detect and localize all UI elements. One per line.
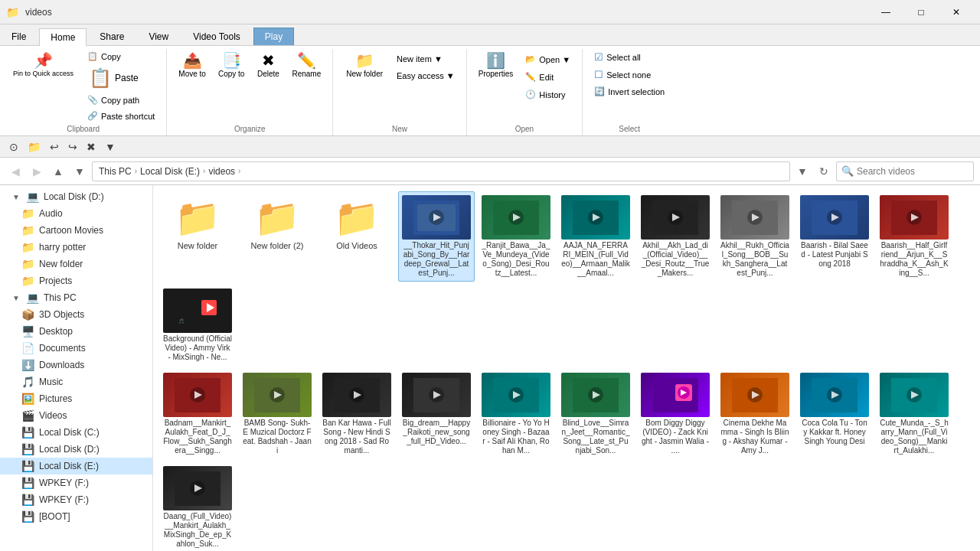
video-item-billionaire[interactable]: Billionaire - Yo Yo Honey Singh - Bazaar… <box>478 369 554 459</box>
invert-selection-button[interactable]: 🔄 Invert selection <box>589 84 670 99</box>
sidebar-item-3d-objects[interactable]: 📦 3D Objects <box>0 306 152 323</box>
path-pc[interactable]: This PC <box>99 166 132 177</box>
sidebar-item-videos[interactable]: 🎬 Videos <box>0 407 152 424</box>
video-item-background[interactable]: 🎵 Background (Official Video) - Ammy Vir… <box>159 285 236 366</box>
title-bar-controls: — □ ✕ <box>868 0 974 24</box>
search-box[interactable]: 🔍 <box>836 161 974 181</box>
video-item-akhil-rukh[interactable]: Akhil__Rukh_Official_Song__BOB__Sukh_San… <box>717 191 793 282</box>
folder-new[interactable]: 📁 New folder <box>159 191 236 282</box>
sidebar-item-cartoon-movies[interactable]: 📁 Cartoon Movies <box>0 222 152 239</box>
rename-button[interactable]: ✏️ Rename <box>286 49 326 82</box>
copy-path-button[interactable]: 📎 Copy path <box>82 93 160 107</box>
open-button[interactable]: 📂 Open ▼ <box>520 52 576 67</box>
video-item-cinema[interactable]: Cinema Dekhe Mamma - Singh Is Bliing - A… <box>717 369 793 459</box>
video-name: Akhil__Akh_Lad_di_(Official_Video)___Des… <box>641 241 710 278</box>
video-item-badnam[interactable]: Badnam__Mankirt_Aulakh_Feat_D_J_Flow__Su… <box>159 369 236 459</box>
qt-folder-up[interactable]: 📁 <box>24 139 44 155</box>
video-item-bamb[interactable]: BAMB Song- Sukh-E Muzical Doctorz Feat. … <box>239 369 315 459</box>
properties-button[interactable]: ℹ️ Properties <box>473 49 519 82</box>
sidebar-item-boot[interactable]: 💾 [BOOT] <box>0 508 152 525</box>
maximize-button[interactable]: □ <box>903 0 939 24</box>
refresh-button[interactable]: ↻ <box>815 162 833 181</box>
sidebar-item-local-disk-d-root[interactable]: ▼ 💻 Local Disk (D:) <box>0 188 152 205</box>
sidebar-item-pictures[interactable]: 🖼️ Pictures <box>0 390 152 407</box>
folders-row: 📁 New folder 📁 New folder (2) 📁 Old Vide… <box>159 191 974 366</box>
video-item-aaja[interactable]: AAJA_NA_FERRARI_MEIN_(Full_Video)__Armaa… <box>557 191 634 282</box>
search-input[interactable] <box>857 166 972 177</box>
close-button[interactable]: ✕ <box>939 0 974 24</box>
tab-file[interactable]: File <box>0 28 38 45</box>
video-item-bom-diggy[interactable]: Bom Diggy Diggy (VIDEO) - Zack Knight - … <box>637 369 714 459</box>
sidebar-item-new-folder[interactable]: 📁 New folder <box>0 256 152 272</box>
tab-play[interactable]: Play <box>253 28 294 45</box>
video-item-big-dream[interactable]: Big_dream__Happy_Raikoti_new_song_full_H… <box>398 369 475 459</box>
sidebar-item-local-disk-d[interactable]: 💾 Local Disk (D:) <box>0 441 152 458</box>
qt-properties[interactable]: ⊙ <box>6 139 21 155</box>
sidebar-item-audio[interactable]: 📁 Audio <box>0 205 152 222</box>
minimize-button[interactable]: — <box>868 0 903 24</box>
sidebar-item-desktop[interactable]: 🖥️ Desktop <box>0 323 152 340</box>
qt-delete[interactable]: ✖ <box>83 139 99 155</box>
video-item-akhil-akh[interactable]: Akhil__Akh_Lad_di_(Official_Video)___Des… <box>637 191 714 282</box>
forward-button[interactable]: ▶ <box>28 162 46 181</box>
dropdown-button[interactable]: ▼ <box>793 162 812 181</box>
new-folder-button[interactable]: 📁 New folder <box>339 49 390 82</box>
video-item-thokar[interactable]: __Thokar_Hit_Punjabi_Song_By__Hardeep_Gr… <box>398 191 475 282</box>
sidebar-item-wpkey-f[interactable]: 💾 WPKEY (F:) <box>0 474 152 491</box>
qt-undo[interactable]: ↩ <box>47 139 62 155</box>
copy-to-button[interactable]: 📑 Copy to <box>213 49 250 82</box>
sidebar-item-this-pc[interactable]: ▼ 💻 This PC <box>0 289 152 306</box>
new-item-button[interactable]: New item ▼ <box>391 52 460 66</box>
sidebar-item-harry-potter[interactable]: 📁 harry potter <box>0 239 152 256</box>
sidebar-item-music[interactable]: 🎵 Music <box>0 373 152 390</box>
qt-redo[interactable]: ↪ <box>65 139 80 155</box>
path-videos[interactable]: videos <box>208 166 235 177</box>
video-thumbnail <box>561 195 630 240</box>
tab-video-tools[interactable]: Video Tools <box>181 28 252 45</box>
sidebar-item-local-disk-e[interactable]: 💾 Local Disk (E:) <box>0 458 152 474</box>
folder-new-2[interactable]: 📁 New folder (2) <box>239 191 315 282</box>
video-item-ranjit[interactable]: _Ranjit_Bawa__Ja_Ve_Mundeya_(Video_Song)… <box>478 191 554 282</box>
video-item-baarish-half[interactable]: Baarish__Half_Girlfriend__Arjun_K__Shrad… <box>876 191 952 282</box>
move-to-button[interactable]: 📤 Move to <box>173 49 211 82</box>
sidebar-item-documents[interactable]: 📄 Documents <box>0 340 152 357</box>
select-all-button[interactable]: ☑ Select all <box>589 49 670 65</box>
history-button[interactable]: 🕐 History <box>520 87 576 102</box>
back-button[interactable]: ◀ <box>6 162 24 181</box>
pin-to-quick-access-button[interactable]: 📌 Pin to Quick access <box>6 49 80 81</box>
video-item-baarish[interactable]: Baarish - Bilal Saeed - Latest Punjabi S… <box>796 191 873 282</box>
delete-button[interactable]: ✖ Delete <box>251 49 285 82</box>
video-item-ban-kar[interactable]: Ban Kar Hawa - Full Song - New Hindi Son… <box>318 369 395 459</box>
address-path[interactable]: This PC › Local Disk (E:) › videos › <box>92 161 790 181</box>
sidebar-item-wpkey-f2[interactable]: 💾 WPKEY (F:) <box>0 491 152 508</box>
recent-locations-button[interactable]: ▼ <box>70 162 89 181</box>
copy-button[interactable]: 📋 Copy <box>82 49 160 64</box>
video-name: BAMB Song- Sukh-E Muzical Doctorz Feat. … <box>243 419 312 455</box>
video-item-cute-munda[interactable]: Cute_Munda_-_S_harry_Mann_(Full_Video_So… <box>876 369 952 459</box>
sidebar-item-local-disk-c[interactable]: 💾 Local Disk (C:) <box>0 424 152 441</box>
up-button[interactable]: ▲ <box>49 162 67 181</box>
video-item-daang[interactable]: Daang_(Full_Video)__Mankirt_Aulakh_MixSi… <box>159 462 236 551</box>
video-name: _Ranjit_Bawa__Ja_Ve_Mundeya_(Video_Song)… <box>482 241 550 278</box>
copy-to-icon: 📑 <box>222 53 241 68</box>
tab-view[interactable]: View <box>137 28 180 45</box>
sidebar-item-downloads[interactable]: ⬇️ Downloads <box>0 357 152 373</box>
easy-access-button[interactable]: Easy access ▼ <box>391 69 460 83</box>
paste-shortcut-button[interactable]: 🔗 Paste shortcut <box>82 109 160 123</box>
video-name: Cute_Munda_-_S_harry_Mann_(Full_Video_So… <box>880 419 949 455</box>
video-thumbnail: 🎵 <box>163 289 232 333</box>
tab-home[interactable]: Home <box>39 28 87 46</box>
sidebar-label: Desktop <box>39 326 73 337</box>
paste-button[interactable]: 📋 Paste <box>82 65 160 91</box>
copy-path-icon: 📎 <box>87 95 98 105</box>
video-item-coca-cola[interactable]: Coca Cola Tu - Tony Kakkar ft. Honey Sin… <box>796 369 873 459</box>
qt-more[interactable]: ▼ <box>102 139 119 155</box>
sidebar-item-projects[interactable]: 📁 Projects <box>0 272 152 289</box>
folder-old-videos[interactable]: 📁 Old Videos <box>318 191 395 282</box>
video-item-blind-love[interactable]: Blind_Love__Simran_Jeet__Romantic_Song__… <box>557 369 634 459</box>
videos-icon: 🎬 <box>21 409 34 422</box>
edit-button[interactable]: ✏️ Edit <box>520 70 576 84</box>
path-disk[interactable]: Local Disk (E:) <box>140 166 200 177</box>
tab-share[interactable]: Share <box>88 28 136 45</box>
select-none-button[interactable]: ☐ Select none <box>589 67 670 83</box>
